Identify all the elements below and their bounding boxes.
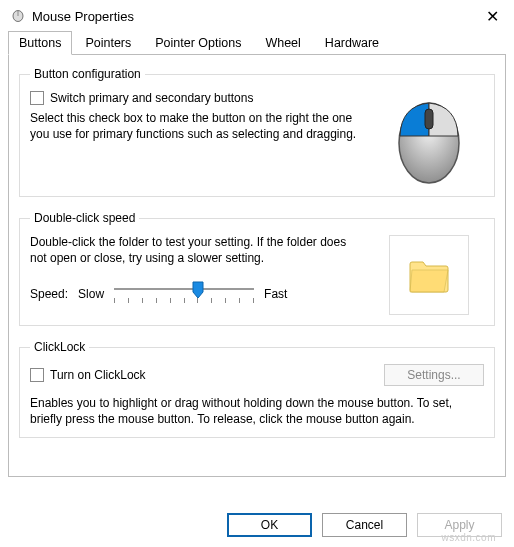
double-click-test-folder[interactable]	[389, 235, 469, 315]
clicklock-checkbox[interactable]	[30, 368, 44, 382]
group-button-configuration-legend: Button configuration	[30, 67, 145, 81]
group-clicklock-legend: ClickLock	[30, 340, 89, 354]
close-button[interactable]: ✕	[480, 7, 504, 26]
cancel-button[interactable]: Cancel	[322, 513, 407, 537]
group-double-click-legend: Double-click speed	[30, 211, 139, 225]
folder-icon	[408, 256, 450, 294]
svg-rect-3	[425, 109, 433, 129]
switch-buttons-description: Select this check box to make the button…	[30, 111, 364, 142]
double-click-speed-slider[interactable]	[114, 284, 254, 304]
double-click-description: Double-click the folder to test your set…	[30, 235, 364, 266]
group-button-configuration: Button configuration Switch primary and …	[19, 67, 495, 197]
ok-button[interactable]: OK	[227, 513, 312, 537]
speed-slow-label: Slow	[78, 287, 104, 301]
clicklock-label: Turn on ClickLock	[50, 368, 146, 382]
mouse-icon	[10, 10, 26, 22]
tab-hardware[interactable]: Hardware	[314, 31, 390, 55]
mouse-preview-image	[384, 91, 474, 186]
watermark-text: wsxdn.com	[441, 532, 496, 543]
group-double-click-speed: Double-click speed Double-click the fold…	[19, 211, 495, 326]
window-title: Mouse Properties	[32, 9, 480, 24]
tab-pointers[interactable]: Pointers	[74, 31, 142, 55]
tab-strip: Buttons Pointers Pointer Options Wheel H…	[0, 31, 514, 55]
slider-thumb-icon	[192, 281, 204, 299]
tab-panel-buttons: Button configuration Switch primary and …	[8, 54, 506, 477]
clicklock-settings-button[interactable]: Settings...	[384, 364, 484, 386]
switch-buttons-label: Switch primary and secondary buttons	[50, 91, 253, 105]
speed-label: Speed:	[30, 287, 68, 301]
tab-pointer-options[interactable]: Pointer Options	[144, 31, 252, 55]
title-bar: Mouse Properties ✕	[0, 0, 514, 30]
tab-buttons[interactable]: Buttons	[8, 31, 72, 55]
group-clicklock: ClickLock Turn on ClickLock Settings... …	[19, 340, 495, 438]
speed-fast-label: Fast	[264, 287, 287, 301]
tab-wheel[interactable]: Wheel	[254, 31, 311, 55]
switch-buttons-checkbox[interactable]	[30, 91, 44, 105]
clicklock-description: Enables you to highlight or drag without…	[30, 396, 484, 427]
